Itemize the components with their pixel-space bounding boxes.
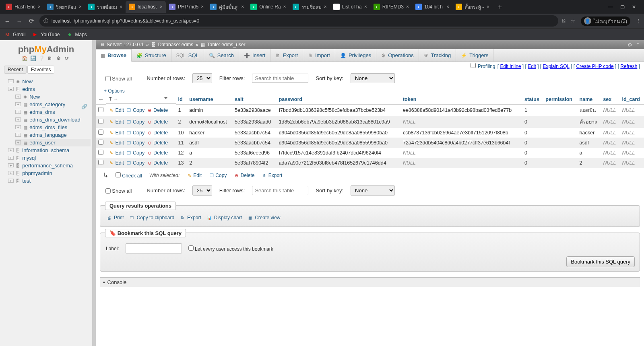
col-nav-right-icon[interactable]: →	[114, 96, 119, 102]
forward-button[interactable]: →	[15, 18, 23, 25]
tab-close-icon[interactable]: ×	[79, 4, 82, 10]
column-header-sex[interactable]: sex	[601, 95, 619, 105]
bookmark-star-icon[interactable]: ☆	[571, 18, 575, 24]
row-copy[interactable]: ❐ Copy	[126, 150, 145, 156]
bookmark-submit-button[interactable]: Bookmark this SQL query	[566, 256, 635, 267]
tree-table[interactable]: edms_category	[29, 101, 65, 107]
bookmark-label-input[interactable]	[126, 243, 182, 253]
row-edit[interactable]: ✎ Edit	[109, 150, 124, 156]
top-tab-search[interactable]: 🔍Search	[204, 49, 239, 62]
export-link[interactable]: 🗎Export	[179, 214, 201, 221]
docs-icon[interactable]: ❔	[39, 56, 45, 62]
tree-twist-icon[interactable]: +	[8, 156, 14, 160]
row-checkbox[interactable]	[98, 150, 103, 155]
tab-close-icon[interactable]: ×	[283, 4, 286, 10]
col-nav-left-icon[interactable]: ←	[98, 96, 104, 103]
row-copy[interactable]: ❐ Copy	[126, 130, 145, 136]
tree-new[interactable]: New	[22, 78, 33, 84]
tree-table[interactable]: edms_language	[29, 132, 67, 138]
create-view-link[interactable]: ▦Create view	[247, 214, 280, 221]
tree-table[interactable]: edms_dms_download	[29, 117, 80, 123]
row-copy[interactable]: ❐ Copy	[126, 140, 145, 146]
tree-twist-icon[interactable]: +	[15, 140, 21, 144]
browser-tab[interactable]: •localhost×	[126, 1, 166, 13]
logout-icon[interactable]: 🔚	[30, 56, 36, 62]
batch-copy[interactable]: ❐ Copy	[209, 173, 227, 178]
row-delete[interactable]: ⊖ Delete	[147, 107, 168, 113]
sort-reset-icon[interactable]: T	[109, 96, 112, 102]
site-info-icon[interactable]: ⓘ	[43, 18, 48, 25]
column-header-permission[interactable]: permission	[543, 95, 577, 105]
edit-link[interactable]: Edit	[528, 64, 536, 69]
browser-tab[interactable]: •รายชื่อสม×	[289, 1, 330, 13]
bookmark-item[interactable]: ▶YouTube	[32, 31, 60, 38]
row-checkbox[interactable]	[98, 119, 103, 124]
sort-key-select-bottom[interactable]: None	[351, 185, 395, 196]
column-header-salt[interactable]: salt	[232, 95, 277, 105]
browser-tab[interactable]: •คู่มือขั้นสู×	[207, 1, 247, 13]
tree-twist-icon[interactable]: +	[15, 95, 21, 99]
browser-tab[interactable]: •วิทยาลัยแ×	[44, 1, 85, 13]
row-copy[interactable]: ❐ Copy	[126, 119, 145, 125]
explain-sql-link[interactable]: Explain SQL	[543, 64, 570, 69]
filter-rows-input[interactable]	[252, 74, 308, 83]
column-header-id_card[interactable]: id_card	[619, 95, 644, 105]
display-chart-link[interactable]: 📊Display chart	[206, 214, 242, 221]
tree-db[interactable]: phpmyadmin	[22, 170, 52, 176]
tab-close-icon[interactable]: ×	[241, 4, 244, 10]
tab-close-icon[interactable]: ×	[160, 4, 163, 10]
rows-select[interactable]: 25	[192, 73, 212, 83]
tab-close-icon[interactable]: ×	[406, 4, 409, 10]
batch-edit[interactable]: ✎ Edit	[187, 173, 202, 178]
back-button[interactable]: ←	[3, 18, 11, 25]
tree-twist-icon[interactable]: +	[15, 102, 21, 106]
row-edit[interactable]: ✎ Edit	[109, 140, 124, 146]
browser-tab[interactable]: •ตั้งกระทู้ -×	[452, 1, 493, 13]
batch-export[interactable]: 🗎 Export	[262, 173, 282, 178]
bookmark-item[interactable]: MGmail	[4, 31, 25, 38]
translate-icon[interactable]: ⎘	[562, 18, 565, 24]
tree-twist-icon[interactable]: –	[8, 79, 14, 83]
breadcrumb-database[interactable]: Database: edms	[158, 42, 193, 47]
tab-close-icon[interactable]: ×	[201, 4, 204, 10]
bookmark-share-checkbox[interactable]	[188, 245, 194, 251]
browser-tab[interactable]: •PHP md5×	[166, 1, 207, 13]
profile-badge[interactable]: 👤 ไม่ระบุตัวตน (2)	[581, 16, 630, 26]
sidebar-resize-handle[interactable]	[93, 40, 96, 346]
row-copy[interactable]: ❐ Copy	[126, 160, 145, 166]
row-checkbox[interactable]	[98, 140, 103, 145]
breadcrumb-server[interactable]: Server: 127.0.0.1	[107, 42, 144, 47]
browser-tab[interactable]: •Online Ra×	[247, 1, 289, 13]
row-delete[interactable]: ⊖ Delete	[147, 140, 168, 146]
browser-tab[interactable]: •104 bit h×	[412, 1, 452, 13]
column-header-token[interactable]: token	[400, 95, 522, 105]
row-checkbox[interactable]	[98, 160, 103, 165]
tree-db[interactable]: test	[22, 178, 31, 184]
url-field[interactable]: ⓘ localhost/phpmyadmin/sql.php?db=edms&t…	[39, 15, 558, 27]
tab-close-icon[interactable]: ×	[364, 4, 367, 10]
filter-rows-input-bottom[interactable]	[252, 186, 308, 195]
top-tab-browse[interactable]: ▦Browse	[96, 49, 132, 62]
column-header-id[interactable]: id	[176, 95, 187, 105]
sort-key-select[interactable]: None	[351, 73, 395, 83]
options-toggle[interactable]: + Options	[96, 87, 644, 95]
refresh-link[interactable]: Refresh	[620, 64, 637, 69]
tree-twist-icon[interactable]: +	[8, 148, 14, 152]
top-tab-operations[interactable]: ⚙Operations	[376, 49, 419, 62]
breadcrumb-table[interactable]: Table: edms_user	[207, 42, 246, 47]
tab-close-icon[interactable]: ×	[120, 4, 122, 10]
show-all-checkbox[interactable]	[105, 76, 111, 81]
tree-twist-icon[interactable]: +	[8, 179, 14, 183]
browser-tab[interactable]: •รายชื่อสม×	[85, 1, 126, 13]
tree-twist-icon[interactable]: –	[8, 87, 14, 91]
top-tab-sql[interactable]: SQLSQL	[171, 49, 204, 62]
column-header-password[interactable]: password	[277, 95, 400, 105]
top-tab-import[interactable]: 🗎Import	[303, 49, 335, 62]
show-all-checkbox-bottom[interactable]	[105, 188, 111, 194]
maximize-button[interactable]: ▢	[620, 4, 625, 10]
browser-tab[interactable]: •RIPEMD3×	[370, 1, 412, 13]
tree-twist-icon[interactable]: +	[15, 133, 21, 137]
browser-tab[interactable]: •List of ha×	[330, 1, 370, 13]
tree-twist-icon[interactable]: +	[8, 163, 14, 167]
tree-twist-icon[interactable]: +	[15, 117, 21, 122]
